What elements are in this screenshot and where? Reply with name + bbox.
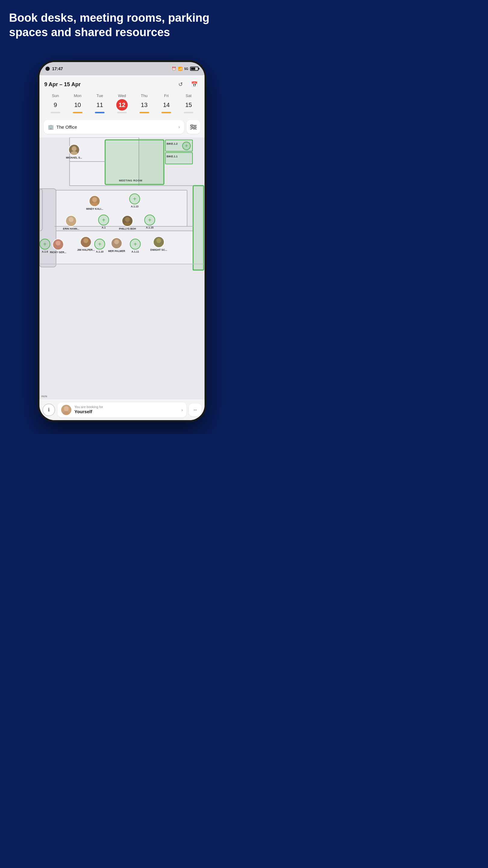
battery-icon: [190, 67, 198, 71]
floor-map[interactable]: MEETING ROOM BIKE.1.2 BIKE.1.1 + MICHAEL…: [39, 137, 204, 399]
calendar-button[interactable]: 📅: [189, 79, 200, 90]
status-bar-left: 17:47: [45, 66, 63, 71]
svg-point-18: [72, 146, 76, 151]
jim-name: JIM HALPER...: [77, 248, 95, 251]
person-dwight[interactable]: DWIGHT SC...: [150, 236, 167, 251]
svg-point-23: [68, 222, 75, 227]
desk-a1-10[interactable]: + A.1.10: [94, 239, 105, 253]
phone-frame: 17:47 ⏰ 📶 5G 9 Apr – 15 Apr ↺ 📅: [38, 60, 206, 422]
a1-15-label: A.1.15: [146, 226, 153, 229]
day-wed[interactable]: Wed 12: [113, 93, 131, 113]
jim-avatar: [80, 236, 92, 248]
svg-point-27: [55, 246, 61, 250]
desk-a1-15[interactable]: + A.1.15: [144, 215, 155, 229]
info-button[interactable]: ℹ: [42, 404, 55, 416]
desk-a1-11[interactable]: + A.1.11: [130, 239, 141, 253]
a1-10-plus: +: [94, 239, 105, 250]
svg-point-30: [114, 239, 119, 244]
mindy-avatar: [89, 195, 100, 207]
desk-a1-6[interactable]: + A.1.6: [39, 239, 50, 253]
battery-fill: [191, 67, 195, 70]
svg-point-20: [92, 197, 97, 202]
svg-point-21: [91, 202, 98, 207]
person-erin[interactable]: ERIN HANN...: [63, 215, 79, 230]
a1-13-label: A.1.13: [131, 205, 138, 208]
day-tue[interactable]: Tue 11: [91, 93, 109, 113]
camera-dot: [45, 67, 50, 71]
location-pill[interactable]: 🏢 The Office ›: [44, 120, 184, 134]
svg-point-29: [83, 243, 90, 248]
ricky-avatar: [53, 239, 64, 250]
dwight-avatar: [153, 236, 164, 248]
days-row: Sun 9 Mon 10 Tue 11 Wed 12: [44, 93, 200, 113]
person-ricky[interactable]: RICKY GER...: [50, 239, 66, 254]
svg-point-32: [156, 238, 161, 243]
map-container: MEETING ROOM BIKE.1.2 BIKE.1.1 + MICHAEL…: [39, 137, 204, 399]
floor-plan-svg: [39, 137, 204, 399]
svg-point-31: [113, 244, 120, 249]
erin-name: ERIN HANN...: [63, 227, 79, 230]
a1-11-plus: +: [130, 239, 141, 250]
a1-15-plus: +: [144, 215, 155, 225]
booking-chevron-icon: ›: [181, 407, 183, 412]
svg-point-34: [64, 406, 69, 411]
day-sat[interactable]: Sat 15: [180, 93, 198, 113]
desk-a1-13[interactable]: + A.1.13: [129, 193, 140, 208]
calendar-section: 9 Apr – 15 Apr ↺ 📅 Sun 9 Mon 10: [39, 75, 204, 118]
calendar-header: 9 Apr – 15 Apr ↺ 📅: [44, 79, 200, 90]
calendar-icons: ↺ 📅: [175, 79, 200, 90]
person-mer[interactable]: MER PALMER: [108, 238, 125, 253]
booking-for-label: You are booking for: [74, 405, 178, 409]
status-time: 17:47: [52, 66, 63, 71]
michael-name: MICHAEL S...: [66, 156, 82, 159]
svg-point-19: [70, 151, 77, 156]
desk-a1[interactable]: + A.1: [98, 215, 109, 229]
erin-avatar: [65, 215, 77, 227]
svg-rect-9: [165, 153, 193, 164]
add-bike-button[interactable]: +: [182, 142, 191, 150]
person-mindy[interactable]: MINDY KALI...: [86, 195, 103, 210]
location-name: The Office: [56, 124, 176, 130]
location-bar: 🏢 The Office ›: [39, 118, 204, 137]
bottom-bar: ℹ You are booking for Yourself › ↔: [39, 399, 204, 420]
mindy-name: MINDY KALI...: [86, 207, 103, 210]
filter-button[interactable]: [187, 120, 200, 134]
status-bar-right: ⏰ 📶 5G: [172, 67, 198, 71]
phillys-name: PHILLYS BOH: [119, 227, 136, 230]
mer-name: MER PALMER: [108, 250, 125, 253]
svg-rect-12: [39, 189, 56, 267]
phillys-avatar: [122, 215, 133, 227]
person-jim[interactable]: JIM HALPER...: [77, 236, 95, 251]
booking-pill[interactable]: You are booking for Yourself ›: [58, 402, 187, 417]
expand-icon: ↔: [193, 407, 198, 412]
alarm-icon: ⏰: [172, 67, 176, 71]
person-michael[interactable]: MICHAEL S...: [66, 144, 82, 159]
svg-point-25: [124, 222, 131, 227]
a1-label: A.1: [101, 226, 105, 229]
user-avatar: [61, 405, 71, 415]
day-mon[interactable]: Mon 10: [69, 93, 87, 113]
bottom-left-label: ININ: [41, 395, 47, 398]
svg-point-22: [69, 217, 73, 222]
a1-6-label: A.1.6: [42, 250, 48, 253]
bike-spot-1-label: BIKE.1.2: [167, 142, 178, 145]
svg-point-5: [192, 128, 193, 129]
bike-spot-2-label: BIKE.1.1: [167, 155, 178, 158]
5g-icon: 5G: [184, 67, 188, 70]
svg-point-3: [191, 124, 193, 126]
reset-view-button[interactable]: ↺: [175, 79, 186, 90]
hero-title: Book desks, meeting rooms, parking space…: [9, 11, 235, 39]
a1-6-plus: +: [39, 239, 50, 250]
location-arrow-icon: ›: [178, 124, 180, 129]
svg-point-4: [194, 126, 196, 128]
expand-button[interactable]: ↔: [189, 404, 201, 416]
person-phillys[interactable]: PHILLYS BOH: [119, 215, 136, 230]
day-sun[interactable]: Sun 9: [46, 93, 64, 113]
date-range: 9 Apr – 15 Apr: [44, 82, 81, 88]
meeting-room-label: MEETING ROOM: [119, 179, 142, 182]
a1-13-plus: +: [129, 193, 140, 204]
mer-avatar: [111, 238, 122, 249]
day-thu[interactable]: Thu 13: [135, 93, 153, 113]
svg-point-33: [155, 243, 162, 248]
day-fri[interactable]: Fri 14: [157, 93, 175, 113]
